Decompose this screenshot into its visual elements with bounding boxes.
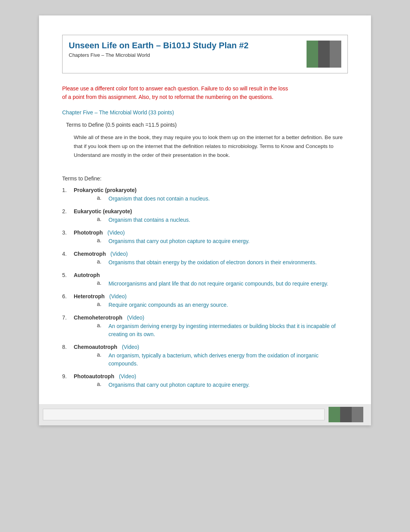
sub-list: a. An organism deriving energy by ingest… xyxy=(97,322,348,338)
header-section: Unseen Life on Earth – Bi101J Study Plan… xyxy=(62,35,348,73)
list-item: 9. Photoautotroph (Video) a. Organisms t… xyxy=(62,373,348,392)
terms-list: 1. Prokaryotic (prokaryote) a. Organism … xyxy=(62,187,348,392)
answer-text: An organism deriving energy by ingesting… xyxy=(108,322,348,338)
answer-text: Require organic compounds as an energy s… xyxy=(108,301,228,309)
sub-letter: a. xyxy=(97,280,108,286)
footer-logo-green xyxy=(329,407,340,422)
list-number: 9. xyxy=(62,373,74,379)
sub-list: a. An organism, typically a bacterium, w… xyxy=(97,352,348,368)
video-link[interactable]: (Video) xyxy=(109,293,127,299)
logo-green-bar xyxy=(307,41,318,68)
sub-list: a. Microorganisms and plant life that do… xyxy=(97,280,328,288)
sub-list: a. Organisms that carry out photon captu… xyxy=(97,381,250,389)
header-logo xyxy=(307,41,341,68)
answer-text: Organism that contains a nucleus. xyxy=(108,216,190,224)
sub-list: a. Require organic compounds as an energ… xyxy=(97,301,228,309)
section-heading: Terms to Define (0.5 points each =11.5 p… xyxy=(62,122,348,128)
term-text: Prokaryotic (prokaryote) xyxy=(74,187,137,193)
sub-letter: a. xyxy=(97,322,108,328)
video-link[interactable]: (Video) xyxy=(127,314,144,321)
list-number: 4. xyxy=(62,251,74,257)
description-para: While all of these are in the book, they… xyxy=(74,133,348,160)
video-link[interactable]: (Video) xyxy=(107,229,125,236)
list-item: 5. Autotroph a. Microorganisms and plant… xyxy=(62,272,348,291)
term-text: Autotroph xyxy=(74,272,100,278)
list-number: 5. xyxy=(62,272,74,278)
sub-list: a. Organism that contains a nucleus. xyxy=(97,216,190,224)
term-text: Chemoautotroph xyxy=(74,344,117,350)
term-text: Eukaryotic (eukaryote) xyxy=(74,208,132,214)
header-text: Unseen Life on Earth – Bi101J Study Plan… xyxy=(69,41,299,58)
sub-list: a. Organism that does not contain a nucl… xyxy=(97,195,210,203)
list-number: 7. xyxy=(62,314,74,321)
term-text: Chemotroph xyxy=(74,251,106,257)
header-title: Unseen Life on Earth – Bi101J Study Plan… xyxy=(69,41,299,51)
term-text: Chemoheterotroph xyxy=(74,314,122,321)
sub-item: a. Organisms that carry out photon captu… xyxy=(97,381,250,389)
list-number: 6. xyxy=(62,293,74,299)
sub-letter: a. xyxy=(97,258,108,265)
list-number: 1. xyxy=(62,187,74,193)
sub-item: a. Organism that contains a nucleus. xyxy=(97,216,190,224)
sub-letter: a. xyxy=(97,195,108,201)
video-link[interactable]: (Video) xyxy=(110,251,128,257)
list-item: 1. Prokaryotic (prokaryote) a. Organism … xyxy=(62,187,348,206)
list-item: 8. Chemoautotroph (Video) a. An organism… xyxy=(62,344,348,371)
sub-letter: a. xyxy=(97,381,108,387)
terms-label: Terms to Define: xyxy=(62,175,348,182)
footer-logo-dark xyxy=(340,407,352,422)
logo-right-bar xyxy=(330,41,341,68)
answer-text: Organisms that carry out photon capture … xyxy=(108,237,250,245)
list-number: 8. xyxy=(62,344,74,350)
term-text: Phototroph xyxy=(74,229,103,236)
list-number: 3. xyxy=(62,229,74,236)
answer-text: An organism, typically a bacterium, whic… xyxy=(108,352,348,368)
sub-letter: a. xyxy=(97,216,108,222)
sub-list: a. Organisms that obtain energy by the o… xyxy=(97,258,317,267)
answer-text: Organism that does not contain a nucleus… xyxy=(108,195,210,203)
logo-dark-bar xyxy=(318,41,330,68)
sub-item: a. Organisms that carry out photon captu… xyxy=(97,237,250,245)
warning-line1: Please use a different color font to ans… xyxy=(62,85,288,92)
header-subtitle: Chapters Five – The Microbial World xyxy=(69,52,299,58)
warning-line2: of a point from this assignment. Also, t… xyxy=(62,94,273,100)
answer-text: Organisms that obtain energy by the oxid… xyxy=(108,258,317,267)
sub-letter: a. xyxy=(97,301,108,307)
term-text: Photoautotroph xyxy=(74,373,114,379)
footer-input-area[interactable] xyxy=(43,409,325,420)
sub-item: a. Require organic compounds as an energ… xyxy=(97,301,228,309)
list-item: 6. Heterotroph (Video) a. Require organi… xyxy=(62,293,348,312)
footer-logo xyxy=(329,407,363,422)
sub-letter: a. xyxy=(97,352,108,358)
list-item: 2. Eukaryotic (eukaryote) a. Organism th… xyxy=(62,208,348,227)
video-link[interactable]: (Video) xyxy=(119,373,136,379)
term-text: Heterotroph xyxy=(74,293,105,299)
footer-logo-right xyxy=(352,407,363,422)
answer-text: Microorganisms and plant life that do no… xyxy=(108,280,328,288)
list-item: 4. Chemotroph (Video) a. Organisms that … xyxy=(62,251,348,270)
warning-text: Please use a different color font to ans… xyxy=(62,84,348,102)
sub-item: a. Organisms that obtain energy by the o… xyxy=(97,258,317,267)
chapter-heading: Chapter Five – The Microbial World (33 p… xyxy=(62,109,348,116)
sub-item: a. An organism deriving energy by ingest… xyxy=(97,322,348,338)
sub-item: a. An organism, typically a bacterium, w… xyxy=(97,352,348,368)
answer-text: Organisms that carry out photon capture … xyxy=(108,381,250,389)
list-item: 3. Phototroph (Video) a. Organisms that … xyxy=(62,229,348,248)
sub-list: a. Organisms that carry out photon captu… xyxy=(97,237,250,245)
list-number: 2. xyxy=(62,208,74,214)
sub-letter: a. xyxy=(97,237,108,243)
sub-item: a. Organism that does not contain a nucl… xyxy=(97,195,210,203)
sub-item: a. Microorganisms and plant life that do… xyxy=(97,280,328,288)
page-container: Unseen Life on Earth – Bi101J Study Plan… xyxy=(39,15,371,425)
video-link[interactable]: (Video) xyxy=(122,344,139,350)
list-item: 7. Chemoheterotroph (Video) a. An organi… xyxy=(62,314,348,342)
footer-bar xyxy=(39,404,371,425)
